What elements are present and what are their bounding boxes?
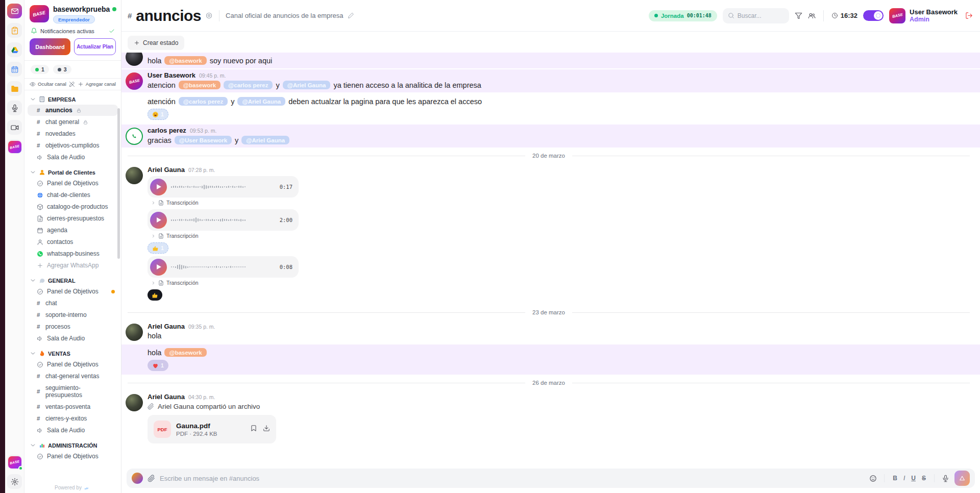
hide-channel-button[interactable]: Ocultar canal: [30, 81, 66, 87]
rail-base-app-button[interactable]: BASE: [7, 455, 22, 470]
user-menu[interactable]: BASE User Basework Admin: [889, 8, 958, 23]
rail-calendar-button[interactable]: [7, 62, 22, 77]
waveform[interactable]: [171, 183, 276, 190]
channel-label: catalogo-de-productos: [47, 203, 108, 210]
logout-button[interactable]: [965, 12, 973, 19]
channel-section-header[interactable]: VENTAS: [28, 349, 118, 358]
sidebar-scrollbar[interactable]: [117, 108, 120, 259]
add-channel-button[interactable]: Agregar canal: [78, 81, 116, 87]
attach-file-button[interactable]: [148, 475, 155, 482]
assistant-avatar[interactable]: [132, 473, 143, 484]
mention-pill[interactable]: @Ariel Gauna: [283, 81, 331, 89]
send-button[interactable]: [954, 471, 970, 486]
channel-item[interactable]: #soporte-interno: [28, 309, 118, 321]
channel-item[interactable]: #anuncios: [28, 105, 118, 116]
waveform[interactable]: [171, 263, 276, 270]
channel-item[interactable]: #cierres-y-exitos: [28, 413, 118, 424]
message-author[interactable]: User Basework: [148, 71, 195, 79]
create-status-button[interactable]: Crear estado: [128, 36, 184, 50]
reaction-heart[interactable]: 1: [148, 360, 168, 371]
format-s-button[interactable]: S: [921, 475, 927, 482]
reaction-joy[interactable]: 1: [148, 109, 168, 120]
channel-item[interactable]: Agregar WhatsApp: [28, 260, 118, 271]
channel-item[interactable]: #novedades: [28, 128, 118, 139]
members-button[interactable]: [808, 12, 816, 19]
dashboard-button[interactable]: Dashboard: [30, 38, 70, 55]
notifications-row[interactable]: Notificaciones activas: [24, 26, 121, 38]
mention-pill[interactable]: @User Basework: [175, 136, 232, 144]
mention-pill[interactable]: @basework: [179, 81, 220, 89]
message-input[interactable]: [160, 475, 865, 482]
channel-section-header[interactable]: ADMINISTRACIÓN: [28, 440, 118, 450]
channel-item[interactable]: #objetivos-cumplidos: [28, 140, 118, 151]
channel-item[interactable]: contactos: [28, 236, 118, 248]
reaction-thumb[interactable]: 1: [148, 242, 168, 254]
mention-pill[interactable]: @basework: [164, 348, 206, 357]
emoji-button[interactable]: [869, 475, 877, 482]
file-attachment[interactable]: PDFGauna.pdfPDF · 292.4 KB: [148, 415, 276, 443]
rail-folder-button[interactable]: [7, 81, 22, 96]
channel-item[interactable]: Sala de Audio: [28, 425, 118, 436]
format-i-button[interactable]: I: [902, 475, 906, 482]
channel-item[interactable]: #chat: [28, 298, 118, 309]
filter-button[interactable]: [795, 12, 802, 19]
rail-clipboard-button[interactable]: [7, 23, 22, 38]
transcription-toggle[interactable]: Transcripción: [151, 200, 970, 206]
transcription-toggle[interactable]: Transcripción: [151, 280, 970, 286]
channel-item[interactable]: Panel de Objetivos: [28, 359, 118, 370]
channel-section-header[interactable]: Portal de Clientes: [28, 167, 118, 177]
rail-mail-button[interactable]: [7, 4, 22, 18]
theme-toggle[interactable]: [863, 10, 884, 21]
voice-record-button[interactable]: [942, 475, 949, 482]
rail-drive-button[interactable]: [7, 42, 22, 57]
rail-gear-button[interactable]: [7, 474, 22, 489]
message-author[interactable]: Ariel Gauna: [148, 166, 185, 174]
reaction-thumb[interactable]: [148, 289, 162, 301]
channel-item[interactable]: Panel de Objetivos: [28, 178, 118, 189]
channel-item[interactable]: catalogo-de-productos: [28, 201, 118, 212]
rail-video-button[interactable]: [7, 120, 22, 135]
mention-pill[interactable]: @Ariel Gauna: [241, 136, 289, 144]
rail-base-app-button[interactable]: BASE: [7, 139, 22, 154]
mention-pill[interactable]: @basework: [164, 56, 206, 65]
text-segment: gracias: [148, 136, 172, 144]
jornada-timer[interactable]: Jornada 00:01:48: [649, 10, 717, 21]
format-u-button[interactable]: U: [910, 475, 917, 482]
message-author[interactable]: carlos perez: [148, 127, 186, 134]
mention-pill[interactable]: @carlos perez: [179, 97, 228, 106]
format-b-button[interactable]: B: [892, 475, 898, 482]
transcription-toggle[interactable]: Transcripción: [151, 233, 970, 239]
channel-item[interactable]: Panel de Objetivos: [28, 286, 118, 297]
channel-item[interactable]: chat-de-clientes: [28, 189, 118, 201]
search-input[interactable]: [738, 12, 784, 19]
play-button[interactable]: [150, 212, 167, 229]
play-button[interactable]: [150, 179, 167, 195]
channel-item[interactable]: #seguimiento-presupuestos: [28, 382, 118, 401]
play-button[interactable]: [150, 259, 167, 276]
channel-visibility-icon[interactable]: [205, 12, 213, 19]
download-button[interactable]: [263, 425, 270, 434]
channel-item[interactable]: #procesos: [28, 321, 118, 332]
search-box[interactable]: [723, 8, 789, 23]
channel-item[interactable]: Sala de Audio: [28, 152, 118, 163]
rail-mic-button[interactable]: [7, 101, 22, 115]
edit-description-icon[interactable]: [348, 12, 354, 19]
mention-pill[interactable]: @carlos perez: [224, 81, 273, 89]
channel-item[interactable]: agenda: [28, 225, 118, 236]
channel-item[interactable]: whatsapp-business: [28, 248, 118, 259]
channel-item[interactable]: #chat-general ventas: [28, 371, 118, 382]
channel-section-header[interactable]: EMPRESA: [28, 94, 118, 104]
mention-pill[interactable]: @Ariel Gauna: [237, 97, 285, 106]
mute-draw-button[interactable]: [69, 81, 75, 87]
message-author[interactable]: Ariel Gauna: [148, 323, 185, 330]
message-author[interactable]: Ariel Gauna: [148, 393, 185, 401]
channel-section-header[interactable]: GENERAL: [28, 276, 118, 285]
channel-item[interactable]: #chat general: [28, 116, 118, 128]
waveform[interactable]: [171, 216, 276, 224]
upgrade-plan-button[interactable]: Actualizar Plan: [74, 38, 116, 55]
bookmark-button[interactable]: [250, 425, 257, 434]
channel-item[interactable]: cierres-presupuestos: [28, 213, 118, 224]
channel-item[interactable]: Panel de Objetivos: [28, 451, 118, 462]
channel-item[interactable]: Sala de Audio: [28, 333, 118, 344]
channel-item[interactable]: #ventas-posventa: [28, 401, 118, 412]
